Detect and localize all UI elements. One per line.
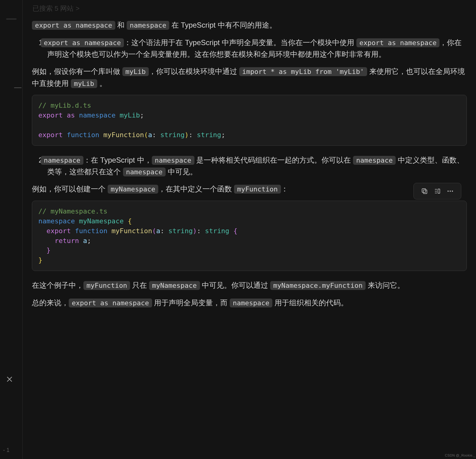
code-inline: myLib: [71, 79, 97, 88]
tok: ;: [221, 131, 225, 139]
text: 在 TypeScript 中有不同的用途。: [169, 21, 276, 29]
insert-at-cursor-icon[interactable]: [431, 186, 444, 196]
code-inline: myNamespace: [108, 185, 159, 194]
code-inline: import * as myLib from 'myLib': [239, 67, 367, 76]
tok: ): [185, 131, 189, 139]
example-paragraph-1: 例如，假设你有一个库叫做 myLib，你可以在模块环境中通过 import * …: [32, 66, 467, 89]
text: 例如，你可以创建一个: [32, 185, 108, 193]
code-inline: export as namespace: [69, 299, 152, 307]
text: 用于组织相关的代码。: [272, 299, 348, 307]
tok: a: [83, 237, 87, 245]
tok: namespace: [38, 217, 75, 225]
tok: (: [152, 227, 156, 235]
text: 用于声明全局变量，而: [152, 299, 230, 307]
tok: string: [205, 227, 229, 235]
tok: :: [160, 227, 168, 235]
svg-rect-1: [422, 189, 426, 192]
explain-paragraph-3: 在这个例子中，myFunction 只在 myNamespace 中可见。你可以…: [32, 280, 467, 291]
text: ：: [281, 185, 288, 193]
code-inline: myLib: [122, 67, 149, 76]
left-gutter: - 1: [0, 0, 23, 459]
code-block-2-wrapper: // myNamespace.ts namespace myNamespace …: [32, 201, 467, 271]
svg-point-4: [450, 191, 451, 191]
text: 中可见。你可以通过: [200, 281, 270, 289]
tok: }: [47, 246, 51, 254]
watermark: CSDN @_Rookie._: [445, 453, 475, 458]
intro-paragraph: export as namespace 和 namespace 在 TypeSc…: [32, 19, 467, 31]
summary-paragraph: 总的来说，export as namespace 用于声明全局变量，而 name…: [32, 297, 467, 309]
code-block-1[interactable]: // myLib.d.ts export as namespace myLib;…: [32, 95, 467, 146]
tok: myNamespace: [79, 217, 124, 225]
code-inline: myFunction: [234, 185, 281, 194]
gutter-mark-top: [6, 18, 17, 20]
tok: export: [38, 111, 63, 119]
tok: namespace: [79, 111, 115, 119]
more-icon[interactable]: [444, 186, 457, 196]
ordered-list-item-2: 2. namespace：在 TypeScript 中，namespace 是一…: [32, 154, 467, 178]
tok: ;: [140, 111, 144, 119]
tok: ;: [87, 237, 91, 245]
gutter-bottom-label: - 1: [3, 446, 10, 455]
code-toolbar: [413, 183, 461, 199]
tok: function: [75, 227, 107, 235]
text: ：在 TypeScript 中，: [83, 156, 152, 164]
tok: ): [193, 227, 197, 235]
tok: :: [152, 131, 160, 139]
example-paragraph-2: 例如，你可以创建一个 myNamespace，在其中定义一个函数 myFunct…: [32, 183, 467, 195]
text: 只在: [130, 281, 149, 289]
text: 在这个例子中，: [32, 281, 83, 289]
code-inline: myFunction: [83, 281, 130, 290]
tok: {: [128, 217, 132, 225]
text: ，你可以在模块环境中通过: [149, 67, 239, 75]
text: 是一种将相关代码组织在一起的方式。你可以在: [194, 156, 353, 164]
tok: :: [197, 227, 205, 235]
svg-rect-0: [423, 190, 427, 194]
code-inline: namespace: [152, 156, 194, 165]
code-comment: // myNamespace.ts: [38, 207, 107, 215]
code-inline: export as namespace: [356, 38, 440, 47]
tok: myLib: [120, 111, 140, 119]
code-inline: myNamespace.myFunction: [270, 281, 366, 290]
close-button[interactable]: [6, 375, 16, 385]
code-inline: namespace: [353, 156, 396, 165]
svg-point-5: [452, 191, 453, 191]
code-inline: namespace: [230, 299, 272, 307]
code-inline: myNamespace: [149, 281, 200, 290]
tok: string: [197, 131, 221, 139]
tok: string: [168, 227, 193, 235]
text: 。: [97, 79, 107, 87]
text: ：这个语法用于在 TypeScript 中声明全局变量。当你在一个模块中使用: [124, 38, 356, 47]
text: ，在其中定义一个函数: [158, 185, 234, 193]
text: 总的来说，: [32, 299, 69, 307]
code-block-2[interactable]: // myNamespace.ts namespace myNamespace …: [32, 201, 467, 271]
tok: export: [38, 131, 63, 139]
code-inline: export as namespace: [41, 38, 124, 47]
svg-point-3: [447, 191, 448, 191]
tok: :: [189, 131, 197, 139]
tok: return: [55, 237, 79, 245]
code-inline: namespace: [127, 21, 169, 30]
tok: as: [67, 111, 75, 119]
search-summary-faded: 已搜索 5 网站 >: [32, 3, 467, 14]
ordered-list-item-1: 1. export as namespace：这个语法用于在 TypeScrip…: [32, 37, 467, 60]
code-inline: namespace: [41, 156, 83, 165]
code-inline: export as namespace: [32, 21, 115, 30]
gutter-mark: [14, 87, 21, 88]
tok: myFunction: [103, 131, 144, 139]
tok: export: [47, 227, 71, 235]
tok: a: [156, 227, 160, 235]
text: 例如，假设你有一个库叫做: [32, 67, 122, 75]
app-window: - 1 已搜索 5 网站 > export as namespace 和 nam…: [0, 0, 476, 459]
text: 来访问它。: [366, 281, 405, 289]
document-content: 已搜索 5 网站 > export as namespace 和 namespa…: [23, 0, 476, 459]
tok: string: [160, 131, 184, 139]
copy-icon[interactable]: [418, 186, 431, 196]
tok: }: [38, 256, 42, 264]
tok: (: [144, 131, 148, 139]
code-comment: // myLib.d.ts: [38, 102, 91, 109]
tok: {: [233, 227, 237, 235]
svg-rect-2: [438, 189, 440, 193]
text: 中可见。: [166, 168, 197, 176]
tok: a: [148, 131, 152, 139]
tok: myFunction: [111, 227, 152, 235]
